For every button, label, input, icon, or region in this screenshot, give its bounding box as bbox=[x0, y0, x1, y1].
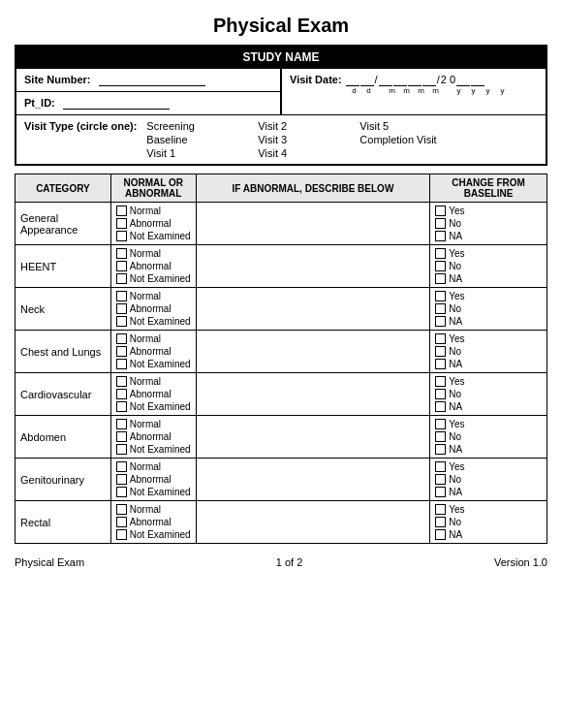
checkbox-normal[interactable] bbox=[116, 291, 127, 301]
change-checkbox-yes[interactable] bbox=[435, 248, 446, 259]
change-checkbox-no[interactable] bbox=[435, 517, 446, 527]
header-table: STUDY NAME Site Number: Pt_ID: Visit Dat… bbox=[15, 45, 547, 166]
normal-checkboxes-cell: NormalAbnormalNot Examined bbox=[110, 373, 196, 416]
change-checkbox-yes[interactable] bbox=[435, 206, 446, 216]
checkbox-label: Abnormal bbox=[130, 303, 172, 314]
change-checkbox-row: No bbox=[435, 473, 542, 486]
exam-table: CATEGORY NORMAL OR ABNORMAL IF ABNORMAL,… bbox=[15, 174, 547, 544]
checkbox-not-examined[interactable] bbox=[116, 273, 127, 284]
pt-id-label: Pt_ID: bbox=[24, 97, 55, 109]
checkbox-row: Abnormal bbox=[116, 345, 191, 358]
change-checkbox-no[interactable] bbox=[435, 431, 446, 442]
checkbox-label: Abnormal bbox=[130, 218, 172, 229]
checkbox-abnormal[interactable] bbox=[116, 261, 127, 271]
visit-completion: Completion Visit bbox=[359, 134, 505, 145]
table-row: General AppearanceNormalAbnormalNot Exam… bbox=[16, 203, 547, 245]
describe-cell bbox=[196, 288, 430, 331]
checkbox-not-examined[interactable] bbox=[116, 359, 127, 369]
checkbox-normal[interactable] bbox=[116, 504, 127, 515]
change-label: Yes bbox=[449, 291, 464, 301]
change-checkbox-row: No bbox=[435, 345, 542, 358]
checkbox-not-examined[interactable] bbox=[116, 529, 127, 540]
change-checkbox-no[interactable] bbox=[435, 218, 446, 229]
change-cell: YesNoNA bbox=[430, 203, 547, 245]
m1 bbox=[379, 74, 392, 86]
checkbox-normal[interactable] bbox=[116, 333, 127, 344]
visit-type-cell: Visit Type (circle one): Screening Visit… bbox=[16, 115, 546, 166]
checkbox-not-examined[interactable] bbox=[116, 231, 127, 241]
change-checkbox-no[interactable] bbox=[435, 474, 446, 485]
change-checkbox-row: NA bbox=[435, 230, 542, 242]
visit-screening: Screening bbox=[146, 120, 253, 132]
change-checkbox-no[interactable] bbox=[435, 389, 446, 399]
checkbox-row: Abnormal bbox=[116, 260, 191, 272]
change-checkbox-row: NA bbox=[435, 486, 542, 498]
normal-checkboxes-cell: NormalAbnormalNot Examined bbox=[110, 459, 196, 501]
change-checkbox-yes[interactable] bbox=[435, 419, 446, 429]
category-name-cell: Neck bbox=[16, 288, 111, 331]
change-checkbox-row: No bbox=[435, 217, 542, 230]
checkbox-normal[interactable] bbox=[116, 461, 127, 472]
change-checkbox-na[interactable] bbox=[435, 487, 446, 497]
checkbox-not-examined[interactable] bbox=[116, 401, 127, 412]
checkbox-abnormal[interactable] bbox=[116, 517, 127, 527]
d1 bbox=[346, 74, 359, 86]
change-checkbox-na[interactable] bbox=[435, 401, 446, 412]
change-label: No bbox=[449, 261, 461, 271]
change-checkbox-na[interactable] bbox=[435, 529, 446, 540]
change-label: No bbox=[449, 389, 461, 399]
pt-id-field bbox=[63, 97, 170, 110]
change-label: NA bbox=[449, 316, 462, 327]
change-checkbox-na[interactable] bbox=[435, 273, 446, 284]
checkbox-row: Normal bbox=[116, 290, 191, 302]
checkbox-normal[interactable] bbox=[116, 206, 127, 216]
checkbox-abnormal[interactable] bbox=[116, 474, 127, 485]
checkbox-abnormal[interactable] bbox=[116, 218, 127, 229]
date-line: / / 2 0 bbox=[346, 74, 510, 86]
visit-type-row: Visit Type (circle one): Screening Visit… bbox=[16, 115, 546, 166]
table-row: Chest and LungsNormalAbnormalNot Examine… bbox=[16, 331, 547, 373]
checkbox-abnormal[interactable] bbox=[116, 346, 127, 357]
checkbox-not-examined[interactable] bbox=[116, 487, 127, 497]
table-row: GenitourinaryNormalAbnormalNot Examined … bbox=[16, 459, 547, 501]
describe-cell bbox=[196, 459, 430, 501]
change-checkbox-yes[interactable] bbox=[435, 376, 446, 387]
checkbox-normal[interactable] bbox=[116, 376, 127, 387]
checkbox-label: Not Examined bbox=[130, 444, 191, 455]
checkbox-label: Not Examined bbox=[130, 231, 191, 241]
describe-cell bbox=[196, 373, 430, 416]
normal-checkboxes-cell: NormalAbnormalNot Examined bbox=[110, 501, 196, 544]
checkbox-abnormal[interactable] bbox=[116, 431, 127, 442]
checkbox-row: Normal bbox=[116, 332, 191, 345]
change-checkbox-yes[interactable] bbox=[435, 291, 446, 301]
change-checkbox-no[interactable] bbox=[435, 346, 446, 357]
change-checkbox-no[interactable] bbox=[435, 261, 446, 271]
change-checkbox-yes[interactable] bbox=[435, 504, 446, 515]
table-row: HEENTNormalAbnormalNot Examined YesNoNA bbox=[16, 245, 547, 288]
change-checkbox-na[interactable] bbox=[435, 231, 446, 241]
change-checkbox-na[interactable] bbox=[435, 444, 446, 455]
checkbox-not-examined[interactable] bbox=[116, 316, 127, 327]
change-checkbox-yes[interactable] bbox=[435, 461, 446, 472]
visit-2: Visit 2 bbox=[258, 120, 355, 132]
change-checkbox-yes[interactable] bbox=[435, 333, 446, 344]
checkbox-not-examined[interactable] bbox=[116, 444, 127, 455]
change-label: No bbox=[449, 218, 461, 229]
change-checkbox-na[interactable] bbox=[435, 316, 446, 327]
change-label: NA bbox=[449, 359, 462, 369]
change-checkbox-row: Yes bbox=[435, 205, 542, 217]
change-checkbox-no[interactable] bbox=[435, 303, 446, 314]
change-checkbox-row: NA bbox=[435, 315, 542, 328]
change-checkbox-row: No bbox=[435, 302, 542, 315]
checkbox-abnormal[interactable] bbox=[116, 303, 127, 314]
change-label: Yes bbox=[449, 461, 464, 472]
checkbox-row: Normal bbox=[116, 460, 191, 473]
category-name-cell: General Appearance bbox=[16, 203, 111, 245]
checkbox-abnormal[interactable] bbox=[116, 389, 127, 399]
change-checkbox-row: NA bbox=[435, 358, 542, 370]
change-label: NA bbox=[449, 231, 462, 241]
change-checkbox-na[interactable] bbox=[435, 359, 446, 369]
checkbox-normal[interactable] bbox=[116, 248, 127, 259]
checkbox-normal[interactable] bbox=[116, 419, 127, 429]
checkbox-label: Normal bbox=[130, 248, 161, 259]
